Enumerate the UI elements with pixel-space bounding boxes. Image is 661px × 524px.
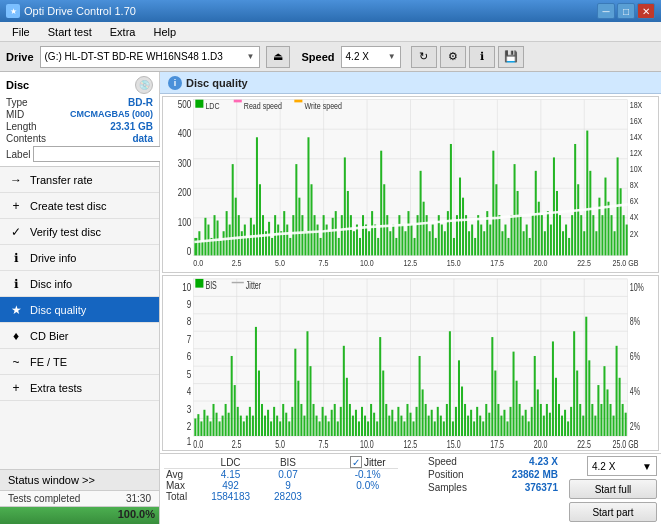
- svg-text:8: 8: [187, 314, 192, 327]
- svg-rect-248: [267, 409, 269, 435]
- svg-rect-354: [588, 360, 590, 436]
- nav-cd-bier[interactable]: ♦ CD Bier: [0, 323, 159, 349]
- svg-rect-95: [392, 225, 394, 256]
- svg-text:4%: 4%: [630, 385, 640, 397]
- svg-rect-233: [222, 415, 224, 435]
- save-button[interactable]: 💾: [498, 46, 524, 68]
- svg-rect-98: [401, 225, 403, 256]
- menu-file[interactable]: File: [4, 24, 38, 40]
- svg-rect-120: [468, 231, 470, 255]
- svg-rect-71: [320, 238, 322, 255]
- total-ldc: 1584183: [199, 491, 262, 502]
- label-input[interactable]: [33, 146, 166, 162]
- svg-rect-105: [423, 202, 425, 256]
- svg-rect-39: [223, 231, 225, 255]
- svg-rect-299: [422, 389, 424, 436]
- svg-rect-319: [482, 421, 484, 436]
- nav-disc-info[interactable]: ℹ Disc info: [0, 271, 159, 297]
- speed-area: 4.2 X ▼ Start full Start part: [562, 456, 657, 522]
- svg-text:15.0: 15.0: [447, 257, 461, 268]
- svg-rect-314: [467, 415, 469, 435]
- svg-rect-145: [544, 231, 546, 255]
- refresh-button[interactable]: ↻: [411, 46, 437, 68]
- svg-rect-317: [476, 406, 478, 435]
- disc-icon-btn[interactable]: 💿: [135, 76, 153, 94]
- svg-rect-286: [382, 370, 384, 435]
- svg-rect-74: [329, 231, 331, 255]
- svg-rect-326: [503, 409, 505, 435]
- close-button[interactable]: ✕: [637, 3, 655, 19]
- svg-rect-119: [465, 215, 467, 255]
- svg-rect-159: [586, 131, 588, 256]
- menu-extra[interactable]: Extra: [102, 24, 144, 40]
- svg-rect-163: [598, 198, 600, 256]
- cd-bier-icon: ♦: [8, 328, 24, 344]
- info-button[interactable]: ℹ: [469, 46, 495, 68]
- menu-start-test[interactable]: Start test: [40, 24, 100, 40]
- drive-action-buttons: ↻ ⚙ ℹ 💾: [411, 46, 524, 68]
- nav-fe-te[interactable]: ~ FE / TE: [0, 349, 159, 375]
- svg-rect-310: [455, 406, 457, 435]
- mid-value: CMCMAGBA5 (000): [70, 109, 153, 120]
- svg-text:2.5: 2.5: [232, 438, 242, 450]
- minimize-button[interactable]: ─: [597, 3, 615, 19]
- svg-rect-158: [583, 231, 585, 255]
- svg-rect-311: [458, 360, 460, 436]
- max-ldc: 492: [199, 480, 262, 491]
- drive-selector[interactable]: (G:) HL-DT-ST BD-RE WH16NS48 1.D3 ▼: [40, 46, 260, 68]
- svg-rect-284: [376, 421, 378, 436]
- svg-rect-135: [514, 164, 516, 255]
- svg-rect-321: [488, 412, 490, 435]
- svg-rect-301: [428, 415, 430, 435]
- maximize-button[interactable]: □: [617, 3, 635, 19]
- svg-rect-86: [365, 225, 367, 256]
- speed-select-display[interactable]: 4.2 X ▼: [587, 456, 657, 476]
- transfer-rate-icon: →: [8, 172, 24, 188]
- svg-rect-272: [340, 406, 342, 435]
- svg-rect-171: [623, 215, 625, 255]
- svg-rect-259: [300, 403, 302, 435]
- svg-rect-294: [406, 403, 408, 435]
- svg-text:10.0: 10.0: [360, 257, 374, 268]
- jitter-check[interactable]: ✓ Jitter: [350, 456, 386, 468]
- svg-rect-97: [398, 215, 400, 255]
- svg-rect-241: [246, 415, 248, 435]
- svg-text:300: 300: [178, 157, 191, 169]
- mid-label: MID: [6, 109, 24, 120]
- svg-rect-369: [232, 281, 244, 282]
- nav-transfer-rate[interactable]: → Transfer rate: [0, 167, 159, 193]
- nav-disc-quality[interactable]: ★ Disc quality: [0, 297, 159, 323]
- time-display: 31:30: [126, 493, 151, 504]
- status-window-toggle[interactable]: Status window >>: [0, 470, 159, 491]
- svg-rect-122: [474, 238, 476, 255]
- svg-text:2X: 2X: [630, 228, 639, 239]
- speed-selector[interactable]: 4.2 X ▼: [341, 46, 401, 68]
- svg-rect-249: [270, 421, 272, 436]
- svg-rect-141: [532, 215, 534, 255]
- svg-rect-345: [561, 415, 563, 435]
- length-label: Length: [6, 121, 37, 132]
- svg-rect-312: [461, 386, 463, 435]
- svg-rect-349: [573, 331, 575, 436]
- eject-button[interactable]: ⏏: [266, 46, 290, 68]
- svg-rect-281: [367, 421, 369, 436]
- svg-rect-236: [231, 355, 233, 435]
- svg-rect-55: [271, 238, 273, 255]
- start-full-button[interactable]: Start full: [569, 479, 657, 499]
- nav-verify-test-disc[interactable]: ✓ Verify test disc: [0, 219, 159, 245]
- svg-rect-133: [507, 238, 509, 255]
- menu-help[interactable]: Help: [145, 24, 184, 40]
- svg-text:2: 2: [187, 419, 192, 432]
- svg-rect-78: [341, 215, 343, 255]
- svg-rect-328: [510, 406, 512, 435]
- svg-rect-234: [225, 403, 227, 435]
- nav-extra-tests[interactable]: + Extra tests: [0, 375, 159, 401]
- svg-rect-91: [380, 151, 382, 256]
- nav-drive-info[interactable]: ℹ Drive info: [0, 245, 159, 271]
- start-part-button[interactable]: Start part: [569, 502, 657, 522]
- jitter-checkbox-box[interactable]: ✓: [350, 456, 362, 468]
- nav-create-test-disc[interactable]: + Create test disc: [0, 193, 159, 219]
- svg-rect-238: [237, 406, 239, 435]
- config-button[interactable]: ⚙: [440, 46, 466, 68]
- svg-rect-307: [446, 403, 448, 435]
